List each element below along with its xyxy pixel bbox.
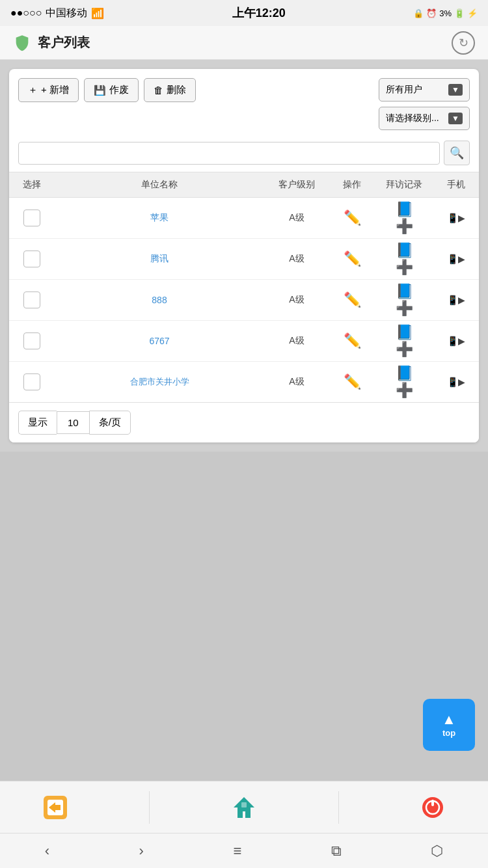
svg-rect-4 (241, 802, 247, 807)
ios-tabs-button[interactable]: ⧉ (326, 837, 347, 865)
shield-icon (13, 34, 31, 52)
col-select: 选择 (9, 179, 55, 191)
row-3-checkbox[interactable] (23, 292, 40, 308)
edit-icon-1[interactable]: ✏️ (341, 207, 363, 229)
search-icon: 🔍 (450, 146, 464, 160)
nav-divider-1 (149, 791, 150, 824)
pagination-show-label: 显示 (18, 411, 57, 435)
search-input[interactable] (18, 142, 440, 165)
col-level: 客户级别 (264, 179, 329, 191)
row-5-select (9, 373, 55, 390)
row-2-name: 腾讯 (55, 253, 264, 265)
visit-icon-5[interactable]: 📘➕ (393, 371, 415, 393)
table-body: 苹果 A级 ✏️ 📘➕ 📱▶ 腾讯 (9, 198, 479, 402)
row-4-link[interactable]: 6767 (149, 336, 169, 346)
refresh-button[interactable]: ↻ (452, 31, 475, 55)
search-button[interactable]: 🔍 (444, 141, 470, 165)
nav-home-icon (228, 791, 260, 824)
lock-icon: 🔒 (413, 8, 424, 18)
row-5-visit: 📘➕ (375, 371, 433, 393)
row-1-link[interactable]: 苹果 (150, 212, 169, 224)
phone-icon-2[interactable]: 📱▶ (447, 254, 465, 264)
trash-icon: 🗑 (154, 85, 163, 96)
table-row: 合肥市关井小学 A级 ✏️ 📘➕ 📱▶ (9, 362, 479, 402)
phone-icon-1[interactable]: 📱▶ (447, 213, 465, 223)
ios-back-button[interactable]: ‹ (40, 837, 55, 865)
row-3-action: ✏️ (329, 289, 375, 311)
edit-icon-3[interactable]: ✏️ (341, 289, 363, 311)
col-phone: 手机 (433, 179, 479, 191)
row-5-checkbox[interactable] (23, 373, 40, 390)
search-row: 🔍 (9, 137, 479, 172)
row-2-visit: 📘➕ (375, 248, 433, 270)
row-1-level: A级 (264, 212, 329, 224)
visit-icon-4[interactable]: 📘➕ (393, 330, 415, 352)
header-left: 客户列表 (13, 34, 90, 52)
table-header: 选择 单位名称 客户级别 操作 拜访记录 手机 (9, 172, 479, 198)
alarm-icon: ⏰ (426, 8, 437, 18)
row-2-link[interactable]: 腾讯 (150, 253, 169, 265)
level-filter-dropdown[interactable]: 请选择级别... ▼ (379, 107, 470, 130)
page-title: 客户列表 (38, 34, 90, 51)
edit-icon-2[interactable]: ✏️ (341, 248, 363, 270)
bottom-nav (0, 781, 488, 833)
main-content: ＋ + 新增 💾 作废 🗑 删除 所有用户 ▼ 请选择级别... (0, 60, 488, 452)
add-button[interactable]: ＋ + 新增 (18, 78, 79, 102)
battery-text: 3% (439, 8, 452, 18)
ios-home-button[interactable]: ⬡ (426, 837, 448, 865)
row-4-level: A级 (264, 335, 329, 347)
ios-forward-button[interactable]: › (134, 837, 149, 865)
delete-button[interactable]: 🗑 删除 (144, 78, 196, 102)
row-1-checkbox[interactable] (23, 210, 40, 226)
row-3-select (9, 292, 55, 308)
table-row: 苹果 A级 ✏️ 📘➕ 📱▶ (9, 198, 479, 239)
row-3-link[interactable]: 888 (152, 295, 167, 305)
ios-menu-button[interactable]: ≡ (228, 837, 247, 865)
phone-icon-4[interactable]: 📱▶ (447, 336, 465, 346)
toolbar-left: ＋ + 新增 💾 作废 🗑 删除 (18, 78, 196, 102)
top-arrow-icon: ▲ (442, 712, 456, 727)
carrier-name: 中国移动 (46, 7, 87, 20)
user-filter-arrow: ▼ (448, 84, 463, 96)
status-left: ●●○○○ 中国移动 📶 (10, 7, 104, 20)
row-4-checkbox[interactable] (23, 332, 40, 349)
row-4-select (9, 332, 55, 349)
signal-dots: ●●○○○ (10, 7, 42, 19)
svg-rect-7 (431, 800, 434, 806)
row-1-select (9, 210, 55, 226)
add-icon: ＋ (28, 84, 38, 96)
row-5-level: A级 (264, 376, 329, 388)
edit-icon-4[interactable]: ✏️ (341, 330, 363, 352)
pagination: 显示 10 条/页 (9, 402, 479, 442)
customer-card: ＋ + 新增 💾 作废 🗑 删除 所有用户 ▼ 请选择级别... (9, 69, 479, 442)
row-5-phone: 📱▶ (433, 377, 479, 387)
row-2-checkbox[interactable] (23, 251, 40, 267)
table-row: 888 A级 ✏️ 📘➕ 📱▶ (9, 280, 479, 321)
row-2-level: A级 (264, 253, 329, 265)
top-button[interactable]: ▲ top (423, 699, 475, 751)
trash-button[interactable]: 💾 作废 (84, 78, 139, 102)
phone-icon-5[interactable]: 📱▶ (447, 377, 465, 387)
row-5-link[interactable]: 合肥市关井小学 (130, 376, 189, 388)
row-2-phone: 📱▶ (433, 254, 479, 264)
nav-power-item[interactable] (416, 791, 449, 824)
phone-icon-3[interactable]: 📱▶ (447, 295, 465, 305)
row-4-phone: 📱▶ (433, 336, 479, 346)
level-filter-arrow: ▼ (448, 113, 463, 124)
status-time: 上午12:20 (232, 5, 286, 21)
nav-home-item[interactable] (228, 791, 260, 824)
visit-icon-3[interactable]: 📘➕ (393, 289, 415, 311)
row-1-name: 苹果 (55, 212, 264, 224)
status-bar: ●●○○○ 中国移动 📶 上午12:20 🔒 ⏰ 3% 🔋 ⚡ (0, 0, 488, 26)
row-3-phone: 📱▶ (433, 295, 479, 305)
status-right: 🔒 ⏰ 3% 🔋 ⚡ (413, 8, 478, 18)
visit-icon-2[interactable]: 📘➕ (393, 248, 415, 270)
visit-icon-1[interactable]: 📘➕ (393, 207, 415, 229)
nav-power-icon (416, 791, 449, 824)
pagination-per-label: 条/页 (89, 411, 131, 435)
edit-icon-5[interactable]: ✏️ (341, 371, 363, 393)
top-label: top (442, 728, 455, 738)
nav-back-item[interactable] (39, 791, 72, 824)
row-5-name: 合肥市关井小学 (55, 376, 264, 388)
user-filter-dropdown[interactable]: 所有用户 ▼ (379, 78, 470, 102)
